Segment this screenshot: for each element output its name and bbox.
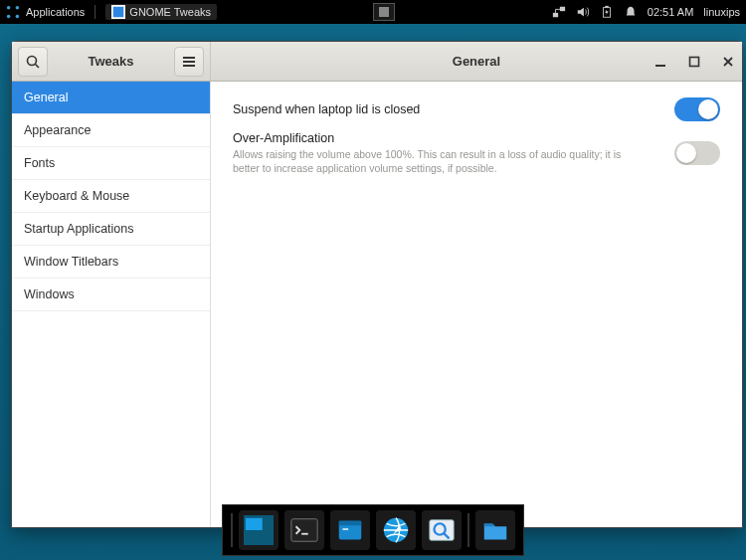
terminal-icon	[289, 515, 319, 545]
sidebar: General Appearance Fonts Keyboard & Mous…	[12, 82, 211, 527]
panel-center	[217, 3, 552, 21]
minimize-button[interactable]	[653, 54, 668, 70]
sidebar-item-fonts[interactable]: Fonts	[12, 147, 210, 180]
svg-rect-5	[113, 7, 124, 18]
maximize-icon	[688, 56, 700, 68]
panel-separator	[94, 5, 95, 19]
taskbar-app-label: GNOME Tweaks	[129, 6, 211, 18]
applications-label[interactable]: Applications	[26, 6, 85, 18]
user-label[interactable]: linuxips	[703, 6, 740, 18]
svg-rect-6	[553, 13, 558, 17]
sidebar-item-label: Startup Applications	[24, 222, 134, 236]
sidebar-item-startup-applications[interactable]: Startup Applications	[12, 213, 210, 246]
magnifier-icon	[427, 515, 457, 545]
headerbar: Tweaks General	[12, 42, 742, 82]
dock-files[interactable]	[330, 510, 370, 550]
svg-rect-20	[246, 518, 263, 530]
headerbar-left: Tweaks	[12, 42, 211, 81]
svg-point-1	[16, 6, 20, 10]
taskbar-app-entry[interactable]: GNOME Tweaks	[105, 4, 217, 20]
svg-point-10	[28, 56, 37, 65]
sidebar-item-label: General	[24, 91, 68, 104]
svg-point-2	[7, 15, 11, 19]
sidebar-item-label: Windows	[24, 287, 75, 301]
panel-right: 02:51 AM linuxips	[552, 5, 740, 19]
volume-icon[interactable]	[576, 5, 590, 19]
svg-rect-9	[605, 6, 609, 8]
svg-point-0	[7, 6, 11, 10]
clock[interactable]: 02:51 AM	[648, 6, 693, 18]
sidebar-item-keyboard-mouse[interactable]: Keyboard & Mouse	[12, 180, 210, 213]
dock-separator	[467, 513, 469, 547]
svg-rect-21	[291, 519, 317, 542]
sidebar-item-window-titlebars[interactable]: Window Titlebars	[12, 246, 210, 279]
setting-suspend-lid: Suspend when laptop lid is closed	[233, 97, 720, 121]
setting-description: Allows raising the volume above 100%. Th…	[233, 147, 651, 175]
sidebar-item-label: Appearance	[24, 123, 91, 137]
window-body: General Appearance Fonts Keyboard & Mous…	[12, 82, 742, 527]
sidebar-item-general[interactable]: General	[12, 82, 210, 114]
dock-terminal[interactable]	[284, 510, 324, 550]
top-panel: Applications GNOME Tweaks 02:51 AM linux…	[0, 0, 746, 24]
desktop-icon	[244, 515, 274, 545]
battery-icon[interactable]	[600, 5, 614, 19]
setting-label: Suspend when laptop lid is closed	[233, 102, 674, 116]
tweaks-app-icon	[111, 5, 125, 19]
hamburger-icon	[181, 54, 197, 70]
svg-rect-16	[690, 57, 699, 66]
globe-icon	[381, 515, 411, 545]
svg-rect-24	[339, 521, 362, 526]
window-controls	[653, 54, 736, 70]
network-icon[interactable]	[552, 5, 566, 19]
search-icon	[25, 54, 41, 70]
tweaks-window: Tweaks General General Appearance Fonts …	[11, 41, 743, 528]
close-button[interactable]	[720, 54, 736, 70]
svg-rect-13	[183, 61, 195, 63]
close-icon	[722, 56, 734, 68]
sidebar-title: Tweaks	[89, 54, 134, 69]
file-manager-icon	[335, 515, 365, 545]
setting-over-amplification: Over-Amplification Allows raising the vo…	[233, 131, 720, 175]
dock	[222, 504, 524, 556]
maximize-button[interactable]	[686, 54, 702, 70]
svg-rect-14	[183, 65, 195, 67]
svg-rect-15	[655, 65, 665, 67]
dock-web-browser[interactable]	[376, 510, 416, 550]
sidebar-item-label: Window Titlebars	[24, 255, 118, 269]
svg-rect-12	[183, 57, 195, 59]
svg-point-3	[16, 15, 20, 19]
dock-folder[interactable]	[475, 510, 515, 550]
setting-label: Over-Amplification	[233, 131, 674, 145]
svg-line-11	[36, 64, 40, 68]
applications-menu-icon[interactable]	[6, 5, 20, 19]
minimize-icon	[654, 56, 666, 68]
dock-show-desktop[interactable]	[239, 510, 279, 550]
notifications-icon[interactable]	[624, 5, 638, 19]
menu-button[interactable]	[174, 47, 204, 77]
svg-rect-25	[343, 528, 349, 530]
dock-screenshot[interactable]	[422, 510, 462, 550]
dock-separator	[231, 513, 233, 547]
sidebar-item-appearance[interactable]: Appearance	[12, 114, 210, 147]
headerbar-right: General	[211, 42, 742, 81]
sidebar-item-windows[interactable]: Windows	[12, 279, 210, 311]
over-amplification-toggle[interactable]	[674, 141, 720, 165]
workspace-switcher-icon[interactable]	[373, 3, 395, 21]
content-pane: Suspend when laptop lid is closed Over-A…	[211, 82, 742, 527]
sidebar-item-label: Keyboard & Mouse	[24, 189, 129, 203]
folder-icon	[480, 515, 510, 545]
search-button[interactable]	[18, 47, 48, 77]
suspend-lid-toggle[interactable]	[674, 97, 720, 121]
panel-left: Applications GNOME Tweaks	[6, 4, 217, 20]
sidebar-item-label: Fonts	[24, 156, 55, 170]
